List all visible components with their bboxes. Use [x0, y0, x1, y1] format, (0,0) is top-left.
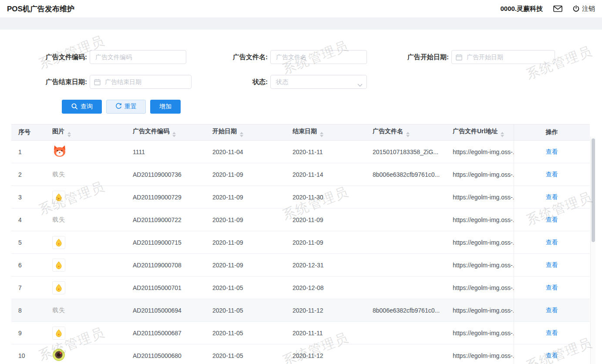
cell-index: 5 — [11, 231, 45, 254]
view-link[interactable]: 查看 — [546, 239, 558, 246]
sort-icon[interactable] — [67, 132, 71, 137]
cell-code: AD201109000729 — [126, 186, 205, 209]
cell-file-name — [366, 276, 446, 299]
cell-end-date: 2020-11-11 — [286, 322, 366, 344]
status-select[interactable] — [270, 75, 367, 89]
ad-image-thumbnail — [52, 191, 65, 204]
ad-image-thumbnail — [52, 327, 65, 340]
cell-action: 查看 — [514, 344, 590, 364]
ad-end-date-label: 广告结束日期: — [0, 78, 90, 86]
view-link[interactable]: 查看 — [546, 329, 558, 336]
table-row: 10AD2011050006802020-11-052020-11-12http… — [11, 344, 590, 364]
topbar: POS机广告发布维护 0000.灵蕨科技 注销 — [0, 0, 602, 17]
cell-image — [45, 231, 126, 254]
company-name: 0000.灵蕨科技 — [500, 5, 543, 13]
cell-end-date: 2020-11-30 — [286, 186, 366, 209]
scrollbar-thumb[interactable] — [592, 138, 595, 242]
ad-end-date-input[interactable] — [90, 75, 192, 89]
cell-url: https://egolm-img.oss-... — [446, 163, 514, 186]
view-link[interactable]: 查看 — [546, 193, 558, 200]
cell-index: 3 — [11, 186, 45, 209]
cell-url: https://egolm-img.oss-... — [446, 141, 514, 163]
view-link[interactable]: 查看 — [546, 307, 558, 313]
filter-buttons: 查询 重置 增加 — [62, 100, 602, 114]
view-link[interactable]: 查看 — [546, 284, 558, 291]
sort-icon[interactable] — [501, 132, 504, 137]
column-label: 广告文件Url地址 — [453, 128, 498, 135]
cell-start-date: 2020-11-05 — [205, 276, 286, 299]
view-link[interactable]: 查看 — [546, 352, 558, 359]
table-header-row: 序号图片广告文件编码开始日期结束日期广告文件名广告文件Url地址操作 — [11, 125, 590, 141]
column-label: 操作 — [546, 128, 558, 135]
table-body: 111112020-11-042020-11-1120150107183358_… — [11, 141, 590, 364]
column-header-5[interactable]: 广告文件名 — [366, 125, 446, 141]
column-header-3[interactable]: 开始日期 — [205, 125, 286, 141]
view-link[interactable]: 查看 — [546, 171, 558, 178]
topbar-right: 0000.灵蕨科技 注销 — [500, 5, 595, 13]
view-link[interactable]: 查看 — [546, 148, 558, 155]
cell-start-date: 2020-11-04 — [205, 141, 286, 163]
filter-item-ad-start-date: 广告开始日期: — [383, 50, 583, 64]
cell-start-date: 2020-11-09 — [205, 231, 286, 254]
ad-image-thumbnail — [52, 259, 65, 272]
table-row: 4载失AD2011090007222020-11-092020-11-09htt… — [11, 209, 590, 231]
cell-url: https://egolm-img.oss-... — [446, 231, 514, 254]
cell-image — [45, 322, 126, 344]
ad-file-code-label: 广告文件编码: — [0, 53, 90, 61]
filter-row-1: 广告文件编码: 广告文件名: 广告开始日期: — [0, 50, 602, 64]
column-label: 广告文件编码 — [133, 128, 169, 135]
column-header-2[interactable]: 广告文件编码 — [126, 125, 205, 141]
add-button-label: 增加 — [159, 103, 172, 111]
reset-button[interactable]: 重置 — [106, 100, 146, 114]
cell-start-date: 2020-11-05 — [205, 299, 286, 322]
sort-icon[interactable] — [240, 132, 243, 137]
cell-image: 载失 — [45, 163, 126, 186]
search-button[interactable]: 查询 — [62, 100, 102, 114]
column-header-4[interactable]: 结束日期 — [286, 125, 366, 141]
cell-url: https://egolm-img.oss-... — [446, 276, 514, 299]
cell-end-date: 2020-11-11 — [286, 141, 366, 163]
cell-image — [45, 344, 126, 364]
ad-file-name-input[interactable] — [270, 50, 367, 64]
add-button[interactable]: 增加 — [150, 100, 181, 114]
power-icon — [573, 5, 579, 12]
cell-code: AD201105000680 — [126, 344, 205, 364]
logout-button[interactable]: 注销 — [573, 5, 595, 13]
cell-action: 查看 — [514, 141, 590, 163]
column-label: 广告文件名 — [373, 128, 403, 135]
broken-image-text: 载失 — [52, 216, 65, 223]
cell-file-name: 20150107183358_ZiG... — [366, 141, 446, 163]
table-scrollbar[interactable] — [590, 137, 595, 364]
page-title: POS机广告发布维护 — [7, 4, 74, 14]
column-header-1[interactable]: 图片 — [45, 125, 126, 141]
column-header-6[interactable]: 广告文件Url地址 — [446, 125, 514, 141]
cell-end-date: 2020-11-09 — [286, 231, 366, 254]
cell-url: https://egolm-img.oss-... — [446, 186, 514, 209]
cell-url: https://egolm-img.oss-... — [446, 299, 514, 322]
cell-url: https://egolm-img.oss-... — [446, 209, 514, 231]
cell-file-name — [366, 186, 446, 209]
sort-icon[interactable] — [172, 132, 176, 137]
cell-image — [45, 276, 126, 299]
cell-action: 查看 — [514, 299, 590, 322]
cell-file-name: 8b006e6382cfb9761c0... — [366, 299, 446, 322]
ad-file-code-input[interactable] — [90, 50, 186, 64]
cell-action: 查看 — [514, 276, 590, 299]
column-label: 序号 — [18, 128, 30, 135]
filter-row-2: 广告结束日期: 状态: — [0, 75, 602, 89]
view-link[interactable]: 查看 — [546, 261, 558, 268]
ad-start-date-label: 广告开始日期: — [383, 53, 451, 61]
sort-icon[interactable] — [320, 132, 323, 137]
status-select-input[interactable] — [270, 75, 367, 89]
sort-icon[interactable] — [406, 132, 410, 137]
refresh-icon — [115, 103, 122, 111]
ad-start-date-input[interactable] — [451, 50, 555, 64]
cell-code: AD201109000722 — [126, 209, 205, 231]
view-link[interactable]: 查看 — [546, 216, 558, 223]
ad-image-thumbnail — [52, 281, 65, 294]
ads-table: 序号图片广告文件编码开始日期结束日期广告文件名广告文件Url地址操作 11111… — [11, 124, 590, 364]
cell-end-date: 2020-11-09 — [286, 209, 366, 231]
cell-index: 6 — [11, 254, 45, 276]
mail-icon[interactable] — [553, 5, 562, 12]
cell-url: https://egolm-img.oss-... — [446, 344, 514, 364]
